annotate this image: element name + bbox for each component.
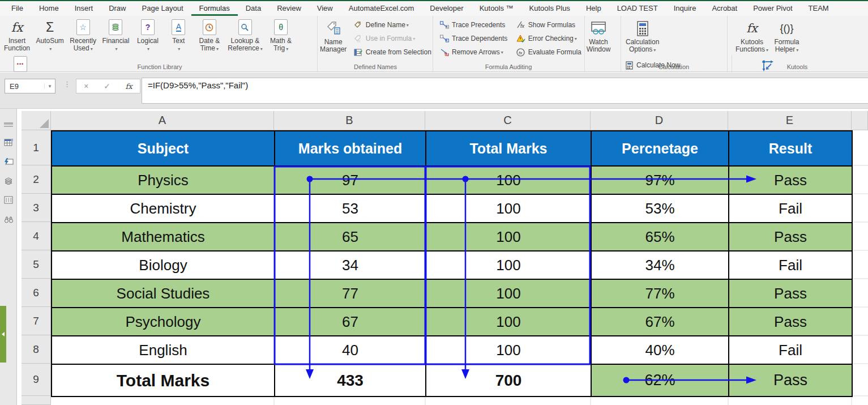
cell-D6[interactable]: 77% (592, 280, 729, 308)
tab-team[interactable]: TEAM (801, 2, 837, 16)
cell-D2[interactable]: 97% (592, 167, 729, 195)
tab-draw[interactable]: Draw (101, 2, 134, 16)
cell-A8[interactable]: English (52, 336, 275, 365)
insert-function-fx-button[interactable]: fx (126, 82, 132, 91)
tab-help[interactable]: Help (578, 2, 609, 16)
cell-D5[interactable]: 34% (592, 251, 729, 280)
cell-B3[interactable]: 53 (275, 195, 426, 223)
name-box[interactable]: E9 ▾ (5, 79, 55, 93)
column-header-C[interactable]: C (425, 111, 591, 130)
cell-B5[interactable]: 34 (275, 251, 426, 280)
cell-E9[interactable]: Pass (729, 365, 853, 397)
cell-C1[interactable]: Total Marks (426, 131, 592, 167)
cell-C9[interactable]: 700 (426, 365, 592, 397)
tab-inquire[interactable]: Inquire (666, 2, 704, 16)
cell-A5[interactable]: Biology (52, 251, 275, 280)
cell-B6[interactable]: 77 (275, 280, 426, 308)
row-header-6[interactable]: 6 (22, 279, 51, 307)
kutools-pane-toggle[interactable] (0, 306, 6, 363)
tab-kutools-plus[interactable]: Kutools Plus (521, 2, 578, 16)
calculation-options-button[interactable]: Calculation Options▾ (624, 17, 661, 54)
formula-helper-button[interactable]: {()} Formula Helper▾ (773, 17, 801, 54)
layers-icon[interactable] (0, 171, 17, 190)
column-header-B[interactable]: B (274, 111, 425, 130)
cell-C3[interactable]: 100 (426, 195, 592, 223)
cell-D1[interactable]: Percnetage (592, 131, 729, 167)
create-from-selection-button[interactable]: Create from Selection (351, 45, 431, 59)
row-header-2[interactable]: 2 (22, 165, 51, 194)
tab-acrobat[interactable]: Acrobat (704, 2, 745, 16)
trace-dependents-button[interactable]: Trace Dependents (437, 32, 507, 45)
recently-used-button[interactable]: ☆ Recently Used▾ (68, 16, 98, 53)
name-manager-button[interactable]: Name Manager (318, 17, 348, 53)
tab-insert[interactable]: Insert (67, 2, 101, 16)
cell-B1[interactable]: Marks obtained (275, 131, 426, 167)
tab-automateexcel-com[interactable]: AutomateExcel.com (341, 2, 422, 16)
insert-function-button[interactable]: fx Insert Function (2, 16, 32, 52)
name-box-dropdown-icon[interactable]: ▾ (44, 83, 55, 89)
evaluate-formula-button[interactable]: fx Evaluate Formula (514, 45, 581, 59)
flash-pane-icon[interactable] (0, 152, 17, 171)
row-header-1[interactable]: 1 (22, 130, 51, 165)
cancel-button[interactable]: × (84, 82, 88, 91)
workbook-pane-icon[interactable] (0, 133, 17, 152)
enter-button[interactable]: ✓ (104, 82, 110, 91)
tab-load-test[interactable]: LOAD TEST (609, 2, 666, 16)
cell-E5[interactable]: Fail (729, 251, 853, 280)
cell-A7[interactable]: Psychology (52, 308, 275, 336)
tab-developer[interactable]: Developer (422, 2, 471, 16)
row-header-10-partial[interactable] (22, 396, 51, 405)
cell-C8[interactable]: 100 (426, 336, 592, 365)
tab-home[interactable]: Home (31, 2, 67, 16)
use-in-formula-button[interactable]: fx Use in Formula▾ (351, 32, 431, 45)
cell-C5[interactable]: 100 (426, 251, 592, 280)
show-formulas-button[interactable]: fx Show Formulas (514, 18, 581, 32)
financial-button[interactable]: Financial ▾ (100, 16, 131, 53)
tab-file[interactable]: File (3, 2, 31, 16)
cell-C6[interactable]: 100 (426, 280, 592, 308)
cell-E6[interactable]: Pass (729, 280, 853, 308)
cell-D7[interactable]: 67% (592, 308, 729, 336)
tab-review[interactable]: Review (269, 2, 309, 16)
cell-A9[interactable]: Total Marks (52, 365, 275, 397)
cell-B8[interactable]: 40 (275, 336, 426, 365)
row-header-4[interactable]: 4 (22, 222, 51, 250)
column-header-E[interactable]: E (728, 111, 852, 130)
cell-E7[interactable]: Pass (729, 308, 853, 336)
cell-A1[interactable]: Subject (52, 131, 275, 167)
formula-input[interactable]: =IF(D9>55%,"Pass","Fail") (142, 78, 868, 104)
cell-E3[interactable]: Fail (729, 195, 853, 223)
cell-C2[interactable]: 100 (426, 167, 592, 195)
cell-B7[interactable]: 67 (275, 308, 426, 336)
cell-A6[interactable]: Social Studies (52, 280, 275, 308)
cell-D3[interactable]: 53% (592, 195, 729, 223)
cell-E2[interactable]: Pass (729, 167, 853, 195)
cell-E1[interactable]: Result (729, 131, 853, 167)
row-header-3[interactable]: 3 (22, 194, 51, 222)
row-header-9[interactable]: 9 (22, 364, 51, 396)
binoculars-icon[interactable] (0, 210, 17, 229)
tab-data[interactable]: Data (238, 2, 269, 16)
cell-A4[interactable]: Mathematics (52, 223, 275, 251)
cell-A3[interactable]: Chemistry (52, 195, 275, 223)
row-header-8[interactable]: 8 (22, 335, 51, 364)
tab-view[interactable]: View (309, 2, 341, 16)
cell-D8[interactable]: 40% (592, 336, 729, 365)
watch-window-button[interactable]: Watch Window (584, 17, 613, 53)
cell-E8[interactable]: Fail (729, 336, 853, 365)
cell-B9[interactable]: 433 (275, 365, 426, 397)
cell-C7[interactable]: 100 (426, 308, 592, 336)
cell-D9[interactable]: 62% (592, 365, 729, 397)
cell-B2[interactable]: 97 (275, 167, 426, 195)
pane-grabber[interactable] (0, 113, 17, 133)
lookup-reference-button[interactable]: Lookup & Reference▾ (226, 16, 264, 53)
column-header-A[interactable]: A (51, 111, 274, 130)
cell-A2[interactable]: Physics (52, 167, 275, 195)
text-button[interactable]: A Text ▾ (164, 16, 193, 53)
tab-page-layout[interactable]: Page Layout (134, 2, 191, 16)
cell-C4[interactable]: 100 (426, 223, 592, 251)
kutools-functions-button[interactable]: fx Kutools Functions▾ (734, 17, 770, 54)
logical-button[interactable]: ? Logical ▾ (134, 16, 162, 53)
cell-B4[interactable]: 65 (275, 223, 426, 251)
define-name-button[interactable]: Define Name▾ (351, 18, 431, 32)
